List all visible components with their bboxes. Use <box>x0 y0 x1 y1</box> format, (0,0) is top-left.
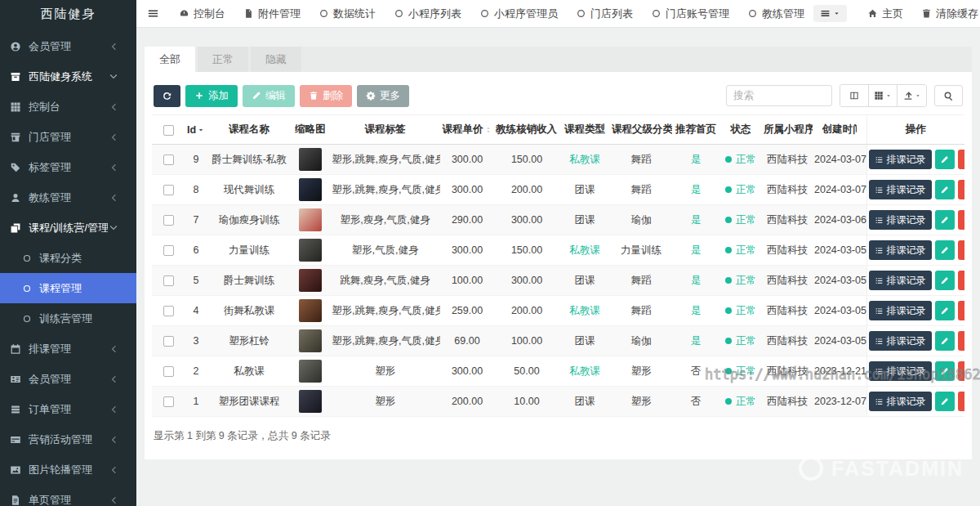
row-checkbox[interactable] <box>163 396 174 407</box>
sidebar-item-coach-management[interactable]: 教练管理 <box>0 182 136 213</box>
navbar-item-attachment[interactable]: 附件管理 <box>243 7 301 21</box>
search-submit-button[interactable] <box>934 85 963 106</box>
course-thumbnail[interactable] <box>299 239 322 262</box>
refresh-button[interactable] <box>154 85 180 107</box>
add-button[interactable]: 添加 <box>185 85 238 107</box>
column-header-recommend[interactable]: 推荐首页 <box>672 115 719 145</box>
course-thumbnail[interactable] <box>299 208 322 231</box>
cell-id: 9 <box>185 145 207 175</box>
row-checkbox[interactable] <box>163 154 174 165</box>
navbar-item-miniapp-admin[interactable]: 小程序管理员 <box>479 7 558 21</box>
column-header-check[interactable] <box>152 115 185 145</box>
sidebar-item-schedule-management[interactable]: 排课管理 <box>0 334 136 364</box>
column-header-price[interactable]: 课程单价 <box>440 115 494 145</box>
export-button[interactable] <box>898 85 926 106</box>
row-checkbox[interactable] <box>163 336 174 347</box>
delete-row-button[interactable] <box>958 301 965 320</box>
navbar-action-home[interactable]: 主页 <box>867 7 903 21</box>
sidebar-item-page-management[interactable]: 单页管理 <box>0 485 136 506</box>
sidebar-item-tag-management[interactable]: 标签管理 <box>0 152 136 182</box>
column-header-tags[interactable]: 课程标签 <box>330 115 440 145</box>
column-header-name[interactable]: 课程名称 <box>207 115 291 145</box>
edit-row-button[interactable] <box>935 150 955 169</box>
more-button[interactable]: 更多 <box>357 85 409 107</box>
delete-row-button[interactable] <box>958 210 965 230</box>
course-thumbnail[interactable] <box>299 148 322 171</box>
delete-row-button[interactable] <box>958 150 965 169</box>
navbar-item-data-stats[interactable]: 数据统计 <box>318 7 376 21</box>
sidebar-item-member-management[interactable]: 会员管理 <box>0 31 136 61</box>
course-thumbnail[interactable] <box>299 329 322 352</box>
schedule-records-button[interactable]: 排课记录 <box>869 150 932 169</box>
delete-button[interactable]: 删除 <box>300 85 352 107</box>
navbar-item-coach-admin[interactable]: 教练管理 <box>747 7 804 21</box>
edit-row-button[interactable] <box>935 240 955 260</box>
column-header-parent[interactable]: 课程父级分类 <box>610 115 672 145</box>
row-checkbox[interactable] <box>163 366 174 377</box>
select-all-checkbox[interactable] <box>163 125 174 136</box>
column-header-status[interactable]: 状态 <box>719 115 762 145</box>
edit-row-button[interactable] <box>935 331 955 351</box>
edit-row-button[interactable] <box>935 301 955 320</box>
course-thumbnail[interactable] <box>299 390 322 413</box>
columns-button[interactable] <box>869 85 898 106</box>
schedule-records-button[interactable]: 排课记录 <box>869 331 932 351</box>
edit-button[interactable]: 编辑 <box>243 85 295 107</box>
sidebar-item-xilu-fitness-system[interactable]: 西陆健身系统 <box>0 61 136 92</box>
column-header-created[interactable]: 创建时间 <box>813 115 866 145</box>
delete-row-button[interactable] <box>958 361 965 381</box>
schedule-records-button[interactable]: 排课记录 <box>869 180 932 199</box>
navbar-item-store-list[interactable]: 门店列表 <box>576 7 633 21</box>
column-header-app[interactable]: 所属小程序 <box>762 115 813 145</box>
sidebar-item-member-management-2[interactable]: 会员管理 <box>0 364 136 394</box>
course-thumbnail[interactable] <box>299 299 322 322</box>
schedule-records-button[interactable]: 排课记录 <box>869 301 932 320</box>
course-thumbnail[interactable] <box>299 360 322 383</box>
sidebar-item-marketing-management[interactable]: 营销活动管理 <box>0 424 136 455</box>
edit-row-button[interactable] <box>935 180 955 199</box>
delete-row-button[interactable] <box>958 271 965 290</box>
schedule-records-button[interactable]: 排课记录 <box>869 392 932 411</box>
navbar-item-store-account[interactable]: 门店账号管理 <box>651 7 729 21</box>
navbar-action-clear-cache[interactable]: 清除缓存 <box>921 7 978 21</box>
row-checkbox[interactable] <box>163 275 174 286</box>
course-thumbnail[interactable] <box>299 269 322 292</box>
sidebar-item-course-category[interactable]: 课程分类 <box>0 243 136 273</box>
edit-row-button[interactable] <box>935 210 955 230</box>
sidebar-item-console[interactable]: 控制台 <box>0 92 136 122</box>
column-header-type[interactable]: 课程类型 <box>559 115 610 145</box>
delete-row-button[interactable] <box>958 240 965 260</box>
schedule-records-button[interactable]: 排课记录 <box>869 240 932 260</box>
sidebar-toggle-button[interactable] <box>136 0 170 28</box>
sidebar-item-camp-management[interactable]: 训练营管理 <box>0 303 136 334</box>
column-header-id[interactable]: Id <box>185 115 207 145</box>
edit-row-button[interactable] <box>935 361 955 381</box>
row-checkbox[interactable] <box>163 306 174 316</box>
navbar-item-miniapp-list[interactable]: 小程序列表 <box>394 7 461 21</box>
edit-row-button[interactable] <box>935 271 955 290</box>
row-checkbox[interactable] <box>163 215 174 226</box>
sidebar-item-banner-management[interactable]: 图片轮播管理 <box>0 455 136 485</box>
sidebar-item-course-management[interactable]: 课程管理 <box>0 273 136 303</box>
tab-hidden[interactable]: 隐藏 <box>251 47 301 72</box>
schedule-records-button[interactable]: 排课记录 <box>869 210 932 230</box>
delete-row-button[interactable] <box>958 180 965 199</box>
schedule-records-button[interactable]: 排课记录 <box>869 271 932 290</box>
schedule-records-button[interactable]: 排课记录 <box>869 361 932 381</box>
sidebar-item-store-management[interactable]: 门店管理 <box>0 122 136 152</box>
edit-row-button[interactable] <box>935 392 955 411</box>
tab-all[interactable]: 全部 <box>145 47 195 72</box>
column-header-income[interactable]: 教练核销收入 <box>494 115 559 145</box>
toggle-view-button[interactable] <box>840 85 869 106</box>
delete-row-button[interactable] <box>958 331 965 351</box>
search-input[interactable] <box>726 85 832 106</box>
row-checkbox[interactable] <box>163 245 174 256</box>
nav-list-dropdown-button[interactable] <box>813 5 847 22</box>
navbar-item-console[interactable]: 控制台 <box>179 7 225 21</box>
course-thumbnail[interactable] <box>299 178 322 201</box>
delete-row-button[interactable] <box>958 392 965 411</box>
row-checkbox[interactable] <box>163 185 174 195</box>
sidebar-item-course-camp-management[interactable]: 课程/训练营/管理 <box>0 213 136 243</box>
sidebar-item-order-management[interactable]: 订单管理 <box>0 394 136 424</box>
tab-normal[interactable]: 正常 <box>198 47 248 72</box>
